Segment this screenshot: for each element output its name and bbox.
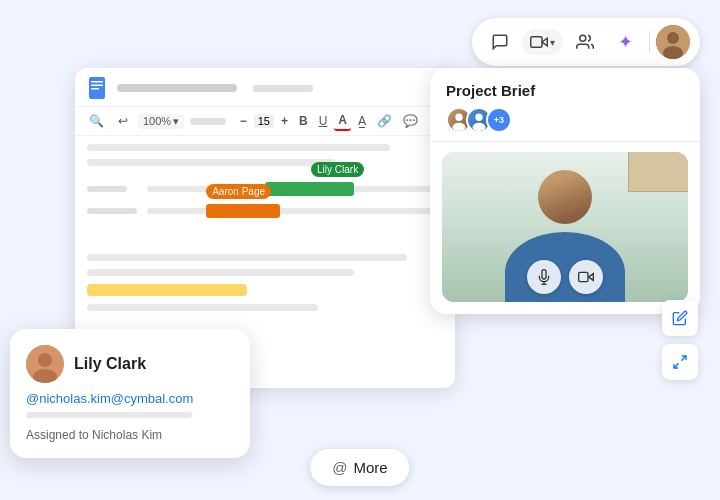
- svg-rect-8: [91, 85, 103, 87]
- lily-clark-chip: Lily Clark: [311, 162, 364, 177]
- user-card-email[interactable]: @nicholas.kim@cymbal.com: [26, 391, 234, 406]
- gantt-area: Lily Clark Aaron Page: [87, 186, 443, 246]
- user-card-header: Lily Clark: [26, 345, 234, 383]
- people-button[interactable]: [567, 24, 603, 60]
- search-toolbar-btn[interactable]: 🔍: [85, 112, 108, 130]
- aaron-page-chip: Aaron Page: [206, 184, 271, 199]
- camera-button[interactable]: ▾: [522, 29, 563, 55]
- svg-marker-17: [589, 274, 594, 281]
- doc-name-bar: [190, 118, 226, 125]
- toolbar-divider: [649, 31, 650, 53]
- content-line-yellow: [87, 284, 247, 296]
- svg-point-12: [475, 114, 482, 121]
- side-actions: [662, 300, 698, 380]
- gantt-bg-1: Lily Clark: [147, 186, 443, 192]
- user-card: Lily Clark @nicholas.kim@cymbal.com Assi…: [10, 329, 250, 458]
- expand-action-button[interactable]: [662, 344, 698, 380]
- plus-btn[interactable]: +: [277, 112, 292, 130]
- sparkle-button[interactable]: ✦: [607, 24, 643, 60]
- gantt-bg-2: Aaron Page: [147, 208, 443, 214]
- link-btn[interactable]: 🔗: [373, 112, 396, 130]
- video-panel: Project Brief +3: [430, 68, 700, 314]
- svg-point-11: [453, 123, 466, 132]
- edit-action-button[interactable]: [662, 300, 698, 336]
- content-line-4: [87, 269, 354, 276]
- docs-header: [75, 68, 455, 107]
- user-card-avatar: [26, 345, 64, 383]
- content-line-1: [87, 144, 390, 151]
- mic-button[interactable]: [527, 260, 561, 294]
- docs-content: Lily Clark Aaron Page: [75, 136, 455, 327]
- svg-point-21: [38, 353, 52, 367]
- content-line-5: [87, 304, 318, 311]
- more-button[interactable]: @ More: [310, 449, 409, 486]
- at-symbol: @: [332, 459, 347, 476]
- font-size[interactable]: 15: [254, 114, 274, 128]
- avatar-stack: +3: [446, 107, 512, 133]
- zoom-value: 100%: [143, 115, 171, 127]
- svg-marker-0: [542, 38, 547, 46]
- font-color-btn[interactable]: A: [334, 111, 351, 131]
- panel-divider: [430, 141, 700, 142]
- content-line-3: [87, 254, 407, 261]
- video-controls: [527, 260, 603, 294]
- user-card-assigned: Assigned to Nicholas Kim: [26, 428, 234, 442]
- bold-btn[interactable]: B: [295, 112, 312, 130]
- gantt-bar-lily: Lily Clark: [265, 182, 354, 196]
- svg-point-4: [667, 32, 679, 44]
- user-card-line: [26, 412, 192, 418]
- camera-chevron-icon: ▾: [550, 37, 555, 48]
- svg-point-2: [580, 35, 586, 41]
- gantt-row-aaron: Aaron Page: [87, 208, 443, 214]
- comment-btn[interactable]: 💬: [399, 112, 422, 130]
- avatar-more: +3: [486, 107, 512, 133]
- person-head: [538, 170, 592, 224]
- gantt-label-2: [87, 208, 147, 214]
- doc-subtitle: [253, 85, 313, 92]
- format-buttons: − 15 + B U A A̲ 🔗 💬 ⋮: [236, 111, 445, 131]
- meet-toolbar: ▾ ✦: [472, 18, 700, 66]
- svg-point-13: [473, 123, 486, 132]
- svg-point-10: [455, 114, 462, 121]
- video-panel-header: Project Brief: [430, 68, 700, 107]
- underline-btn[interactable]: U: [315, 112, 332, 130]
- zoom-badge[interactable]: 100% ▾: [138, 114, 184, 129]
- user-card-name: Lily Clark: [74, 355, 146, 373]
- undo-toolbar-btn[interactable]: ↩: [114, 112, 132, 130]
- cabinet-decoration: [628, 152, 688, 192]
- minus-btn[interactable]: −: [236, 112, 251, 130]
- video-panel-title: Project Brief: [446, 82, 684, 99]
- svg-line-18: [681, 356, 686, 361]
- video-feed: [442, 152, 688, 302]
- content-line-2: [87, 159, 336, 166]
- more-label: More: [354, 459, 388, 476]
- user-avatar-toolbar: [656, 25, 690, 59]
- highlight-btn[interactable]: A̲: [354, 112, 370, 130]
- camera-toggle-button[interactable]: [569, 260, 603, 294]
- chat-button[interactable]: [482, 24, 518, 60]
- zoom-chevron: ▾: [173, 115, 179, 128]
- gantt-bar-aaron: Aaron Page: [206, 204, 280, 218]
- svg-rect-1: [531, 37, 542, 48]
- svg-rect-9: [91, 88, 99, 90]
- avatar-row: +3: [430, 107, 700, 141]
- svg-line-19: [674, 363, 679, 368]
- svg-rect-16: [579, 272, 588, 281]
- docs-icon: [85, 76, 109, 100]
- gantt-label-1: [87, 186, 147, 192]
- svg-rect-7: [91, 81, 103, 83]
- docs-toolbar: 🔍 ↩ 100% ▾ − 15 + B U A A̲ 🔗 💬 ⋮: [75, 107, 455, 136]
- doc-title: [117, 84, 237, 92]
